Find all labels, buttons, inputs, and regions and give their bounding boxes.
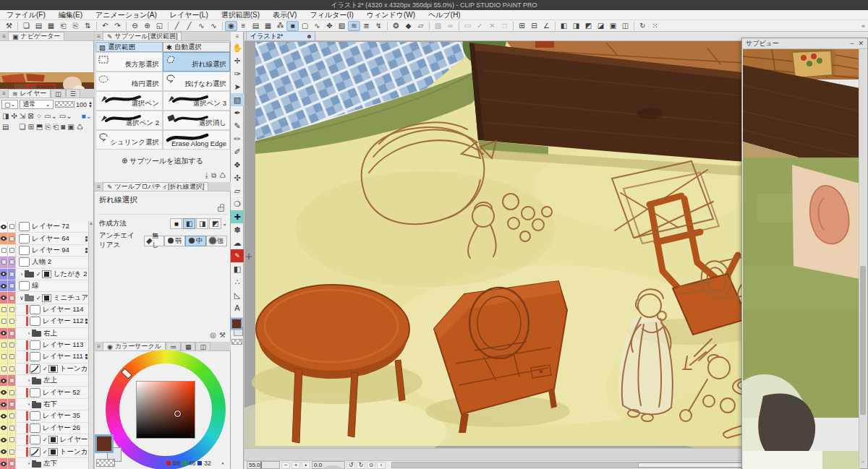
expand-icon[interactable]: › xyxy=(26,460,32,467)
expand-icon[interactable]: › xyxy=(19,271,25,277)
brush-tool[interactable]: ✏ xyxy=(231,132,244,145)
layer-row[interactable]: レイヤー 52 xyxy=(0,387,93,398)
method-subtract-button[interactable]: ◨ xyxy=(196,218,208,229)
layer-visibility-cell[interactable] xyxy=(0,328,8,339)
layer-check-cell[interactable] xyxy=(8,304,16,315)
layer-visibility-cell[interactable] xyxy=(0,257,8,267)
panel-menu-icon[interactable]: ≡ xyxy=(95,342,103,350)
layer-check-cell[interactable] xyxy=(8,257,16,267)
droplets-icon[interactable]: ⁂ xyxy=(274,21,286,31)
lock-icon[interactable] xyxy=(218,207,224,212)
stabilize2-icon[interactable]: ∿ xyxy=(208,21,220,31)
subview-titlebar[interactable]: サブビュー – ✕ xyxy=(742,38,867,49)
enable-mask-icon[interactable]: ▭⌄ xyxy=(44,112,57,120)
panel-menu-icon[interactable]: ≡ xyxy=(0,32,8,40)
eyedropper-tool[interactable]: ✑ xyxy=(231,67,244,80)
dots-grid-icon[interactable]: ⁙ xyxy=(649,21,661,31)
smudge-tool[interactable]: ✽ xyxy=(231,223,244,236)
layer-visibility-cell[interactable] xyxy=(0,375,8,386)
tab-animation-cel[interactable]: ☰ xyxy=(66,89,80,98)
oil-brush-tool[interactable]: ✣ xyxy=(231,171,244,184)
layer-list-scrollbar[interactable]: ▲ xyxy=(88,221,93,469)
layer-mask-icon[interactable]: ◙ xyxy=(61,123,65,131)
layer-check-cell[interactable] xyxy=(8,280,16,291)
layer-check-cell[interactable] xyxy=(8,269,16,280)
layer-visibility-cell[interactable] xyxy=(0,363,8,374)
move-tool[interactable]: ✛ xyxy=(231,54,244,67)
duplicate-subtool-icon[interactable]: ⧉ xyxy=(211,171,216,180)
new-layer-icon[interactable]: ❏ xyxy=(19,123,25,131)
layer-visibility-cell[interactable] xyxy=(0,269,8,280)
selection-tool[interactable]: ▧ xyxy=(231,93,244,106)
grid-b-icon[interactable]: ▦ xyxy=(262,21,274,31)
new-layer2-icon[interactable]: ⊞ xyxy=(27,123,33,131)
diamond-icon[interactable]: ◆ xyxy=(402,21,414,31)
layer-thumbnail[interactable] xyxy=(30,352,41,361)
tab-layer[interactable]: ≋ レイヤー xyxy=(8,89,51,98)
layer-check-cell[interactable] xyxy=(8,387,16,397)
clip-to-layer-icon[interactable]: ◨ xyxy=(2,112,9,120)
reference-layer-icon[interactable]: ✣ xyxy=(11,112,17,120)
panel-menu-icon[interactable]: ≡ xyxy=(95,182,103,191)
zoom-in-icon[interactable]: ⊕ xyxy=(141,21,153,31)
transparent-color-swatch[interactable] xyxy=(96,459,115,467)
text-tool[interactable]: A xyxy=(231,301,244,314)
layer-row[interactable]: レイヤー 35 xyxy=(0,410,93,422)
confirm-icon[interactable]: ✓ xyxy=(474,21,486,31)
layer-visibility-cell[interactable] xyxy=(0,423,8,434)
snake-curve-icon[interactable]: ∿ xyxy=(311,21,323,31)
saturation-value-square[interactable] xyxy=(136,381,195,439)
new-folder-icon[interactable]: ⬒ xyxy=(36,123,43,131)
operation-tool[interactable]: ➤ xyxy=(231,80,244,93)
menu-item[interactable]: ウィンドウ(W) xyxy=(360,10,422,20)
collapse-icon[interactable]: ∨ xyxy=(19,295,25,301)
pencil-tool[interactable]: ✎ xyxy=(231,119,244,132)
layer-row[interactable]: ›✓したがき 2 xyxy=(0,269,93,280)
pan-tool[interactable]: ✋ xyxy=(231,41,244,54)
subview-scrollbar[interactable]: ⌄ xyxy=(859,49,867,468)
layer-thumbnail[interactable] xyxy=(30,423,41,433)
undo-icon[interactable]: ↶ xyxy=(99,21,111,31)
window3-icon[interactable]: ◩ xyxy=(582,21,595,31)
subview-minimize-icon[interactable]: – xyxy=(850,40,854,47)
reset-rotate-icon[interactable]: ↻ xyxy=(637,21,649,31)
subview-scroll-down-icon[interactable]: ⌄ xyxy=(859,458,867,467)
layer-check-cell[interactable] xyxy=(8,221,16,232)
gradient-tool[interactable]: ◧ xyxy=(231,262,244,275)
antialias-option[interactable]: 強 xyxy=(206,236,227,246)
subtool-item[interactable]: 折れ線選択 xyxy=(163,52,230,72)
pen-line2-icon[interactable]: ╱ xyxy=(183,21,195,31)
delete-layer-icon[interactable]: ♺ xyxy=(77,123,83,131)
layer-check-cell[interactable] xyxy=(8,233,16,244)
menu-item[interactable]: フィルター(I) xyxy=(303,10,359,20)
layer-thumbnail[interactable] xyxy=(19,246,30,255)
menu-item[interactable]: 表示(V) xyxy=(266,10,303,20)
pen-line-icon[interactable]: ╱ xyxy=(171,21,183,31)
layer-visibility-cell[interactable] xyxy=(0,410,8,421)
layer-row[interactable]: レイヤー 64 xyxy=(0,233,93,244)
menu-item[interactable]: 編集(E) xyxy=(52,10,89,20)
layer-row[interactable]: レイヤー 26 xyxy=(0,423,93,434)
layer-check-cell[interactable] xyxy=(8,410,16,421)
sv-marker[interactable] xyxy=(174,410,181,417)
mask-thumbnail[interactable] xyxy=(48,436,58,444)
grid1-icon[interactable]: ⊞ xyxy=(516,21,528,31)
layer-thumbnail[interactable] xyxy=(19,234,30,244)
lock-transparent-icon[interactable]: ⁘ xyxy=(36,112,42,120)
cancel-icon[interactable]: ✕ xyxy=(486,21,498,31)
layer-visibility-cell[interactable] xyxy=(0,340,8,350)
angle-ruler-icon[interactable]: ∠ xyxy=(540,21,553,31)
layer-check-cell[interactable] xyxy=(8,316,16,327)
airbrush-tool[interactable]: ✐ xyxy=(231,145,244,158)
method-multiple-button[interactable]: ◩ xyxy=(209,218,221,229)
select-square-icon[interactable]: ■ xyxy=(286,21,299,31)
layer-visibility-cell[interactable] xyxy=(0,245,8,256)
status-zoom-in-button[interactable]: + xyxy=(292,462,300,469)
export-layers-icon[interactable]: ⎘ xyxy=(69,21,82,31)
panel-menu-icon[interactable]: ≡ xyxy=(95,32,103,40)
menu-item[interactable]: ヘルプ(H) xyxy=(422,10,467,20)
layer-check-cell[interactable] xyxy=(8,328,16,339)
lasso-plus-icon[interactable]: ▧ xyxy=(336,21,348,31)
pen-tool[interactable]: ✒ xyxy=(231,106,244,119)
lock-layer-icon[interactable]: ⊠ xyxy=(27,112,33,120)
